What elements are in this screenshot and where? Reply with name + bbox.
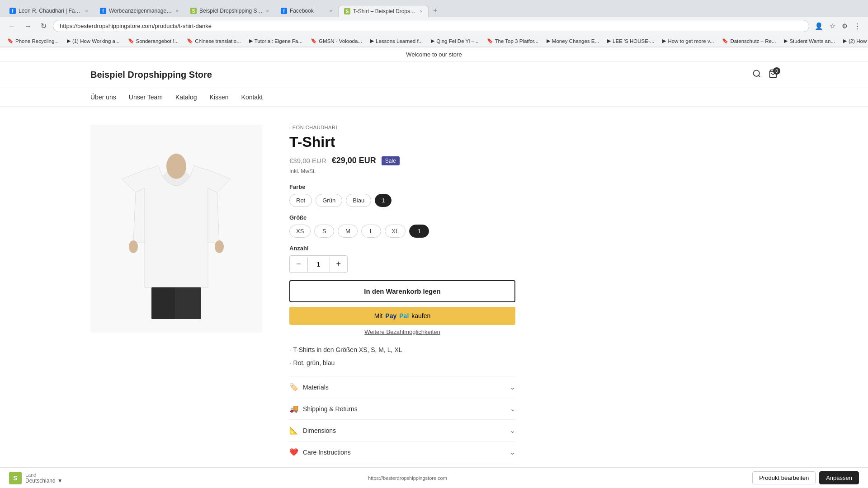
tab-title-4: Facebook	[290, 8, 327, 14]
store-page: Welcome to our store Beispiel Dropshippi…	[0, 47, 868, 488]
accordion-care-header[interactable]: ❤️ Care Instructions ⌄	[289, 441, 515, 463]
size-1[interactable]: 1	[409, 225, 429, 238]
bookmark-gmsn[interactable]: 🔖GMSN - Volooda...	[307, 37, 366, 45]
bookmark-icon: 🔖	[722, 38, 728, 44]
dimensions-title: Dimensions	[303, 427, 336, 434]
accordion-materials-header[interactable]: 🏷️ Materials ⌄	[289, 376, 515, 398]
add-to-cart-button[interactable]: In den Warenkorb legen	[289, 280, 515, 302]
quantity-increase[interactable]: +	[330, 256, 348, 272]
product-image-section	[90, 125, 262, 483]
product-image	[108, 134, 244, 324]
browser-tab-1[interactable]: f Leon R. Chaudhari | Facebook ×	[4, 5, 94, 17]
bookmark-tutorial[interactable]: ▶Tutorial: Eigene Fa...	[245, 37, 306, 45]
bookmark-phone-recycling[interactable]: 🔖Phone Recycling...	[4, 37, 62, 45]
product-description: - T-Shirts in den Größen XS, S, M, L, XL…	[289, 344, 515, 369]
svg-rect-6	[151, 287, 175, 319]
sale-badge: Sale	[382, 156, 400, 165]
bookmark-icon: ▶	[784, 38, 788, 44]
bookmark-icon: 🔖	[187, 38, 193, 44]
mehr-bezahl-link[interactable]: Weitere Bezahlmöglichkeiten	[289, 328, 515, 335]
bookmark-icon: ▶	[662, 38, 666, 44]
tab-close-3[interactable]: ×	[266, 8, 269, 14]
size-xl[interactable]: XL	[385, 225, 406, 238]
tab-close-4[interactable]: ×	[330, 8, 332, 14]
search-button[interactable]	[752, 69, 761, 80]
bookmark-chinese[interactable]: 🔖Chinese translatio...	[183, 37, 245, 45]
bookmark-money[interactable]: ▶Money Changes E...	[543, 37, 603, 45]
nav-kissen[interactable]: Kissen	[210, 94, 229, 101]
more-icon[interactable]: ⋮	[852, 20, 863, 32]
browser-tab-5[interactable]: S T-Shirt – Beispiel Dropshipping... ×	[338, 5, 429, 17]
url-display: https://besterdropshippingstore.com	[368, 475, 447, 481]
bookmark-how-working[interactable]: ▶(1) How Working a...	[63, 37, 123, 45]
color-blau[interactable]: Blau	[346, 194, 371, 207]
star-icon[interactable]: ☆	[828, 20, 837, 32]
color-options: Rot Grün Blau 1	[289, 194, 515, 207]
tab-close-1[interactable]: ×	[85, 8, 88, 14]
care-chevron-icon: ⌄	[510, 449, 515, 456]
cart-button[interactable]: 0	[769, 69, 778, 80]
bookmark-qing[interactable]: ▶Qing Fei De Yi –...	[427, 37, 482, 45]
bookmark-lessons[interactable]: ▶Lessons Learned f...	[367, 37, 426, 45]
bookmark-student[interactable]: ▶Student Wants an...	[780, 37, 839, 45]
bookmark-lee-house[interactable]: ▶LEE 'S HOUSE-...	[604, 37, 658, 45]
accordion-dimensions: 📐 Dimensions ⌄	[289, 420, 515, 441]
quantity-decrease[interactable]: −	[290, 256, 307, 272]
accordion-shipping: 🚚 Shipping & Returns ⌄	[289, 398, 515, 420]
bookmark-more-views[interactable]: ▶How to get more v...	[659, 37, 717, 45]
size-s[interactable]: S	[314, 225, 334, 238]
back-button[interactable]: ←	[5, 20, 18, 32]
color-1[interactable]: 1	[375, 194, 392, 207]
tab-close-5[interactable]: ×	[420, 9, 423, 14]
customize-button[interactable]: Anpassen	[819, 471, 859, 484]
bookmark-icon: 🔖	[128, 38, 134, 44]
dimensions-chevron-icon: ⌄	[510, 427, 515, 434]
price-row: €39,00 EUR €29,00 EUR Sale	[289, 156, 515, 165]
edit-product-button[interactable]: Produkt bearbeiten	[752, 471, 816, 484]
browser-tab-2[interactable]: f Werbeanzeigenmanager – We... ×	[94, 5, 184, 17]
store-logo[interactable]: Beispiel Dropshipping Store	[90, 70, 212, 80]
desc-line-1: - T-Shirts in den Größen XS, S, M, L, XL	[289, 344, 515, 356]
nav-kontakt[interactable]: Kontakt	[241, 94, 263, 101]
size-m[interactable]: M	[338, 225, 358, 238]
dimensions-icon: 📐	[289, 426, 298, 435]
address-bar[interactable]	[53, 20, 809, 32]
accordion-shipping-header[interactable]: 🚚 Shipping & Returns ⌄	[289, 398, 515, 419]
extensions-icon[interactable]: ⚙	[840, 20, 849, 32]
bookmark-icon: ▶	[547, 38, 550, 44]
bookmark-sonderangebot[interactable]: 🔖Sonderangebot !...	[124, 37, 183, 45]
tab-title-2: Werbeanzeigenmanager – We...	[109, 8, 173, 14]
size-l[interactable]: L	[361, 225, 381, 238]
tab-favicon-4: f	[281, 8, 287, 14]
browser-tab-4[interactable]: f Facebook ×	[275, 5, 338, 17]
cart-badge: 0	[773, 67, 780, 75]
tax-note: Inkl. MwSt.	[289, 168, 515, 174]
nav-ueber-uns[interactable]: Über uns	[90, 94, 116, 101]
color-rot[interactable]: Rot	[289, 194, 312, 207]
bookmark-datenschutz[interactable]: 🔖Datenschutz – Re...	[718, 37, 779, 45]
tab-close-2[interactable]: ×	[176, 8, 179, 14]
accordion-dimensions-header[interactable]: 📐 Dimensions ⌄	[289, 420, 515, 441]
country-selector[interactable]: Land Deutschland ▼	[25, 472, 63, 484]
tab-title-1: Leon R. Chaudhari | Facebook	[19, 8, 83, 14]
browser-toolbar: ← → ↻ 👤 ☆ ⚙ ⋮	[0, 17, 868, 35]
bookmark-top3[interactable]: 🔖The Top 3 Platfor...	[483, 37, 542, 45]
browser-tab-3[interactable]: S Beispiel Dropshipping Store ... ×	[184, 5, 275, 17]
new-tab-button[interactable]: +	[429, 4, 442, 17]
materials-icon: 🏷️	[289, 383, 298, 391]
forward-button[interactable]: →	[22, 20, 34, 32]
size-options: XS S M L XL 1	[289, 225, 515, 238]
paypal-button[interactable]: Mit PayPal kaufen	[289, 307, 515, 325]
store-navigation: Über uns Unser Team Katalog Kissen Konta…	[0, 88, 868, 107]
nav-katalog[interactable]: Katalog	[175, 94, 197, 101]
paypal-suffix: kaufen	[411, 312, 430, 319]
shipping-title: Shipping & Returns	[303, 405, 358, 413]
profile-icon[interactable]: 👤	[813, 20, 825, 32]
toolbar-icons: 👤 ☆ ⚙ ⋮	[813, 20, 863, 32]
bookmark-add[interactable]: ▶(2) How To Add A...	[840, 37, 868, 45]
nav-unser-team[interactable]: Unser Team	[129, 94, 163, 101]
color-gruen[interactable]: Grün	[316, 194, 342, 207]
refresh-button[interactable]: ↻	[38, 20, 49, 32]
size-xs[interactable]: XS	[289, 225, 311, 238]
bookmark-icon: ▶	[67, 38, 71, 44]
